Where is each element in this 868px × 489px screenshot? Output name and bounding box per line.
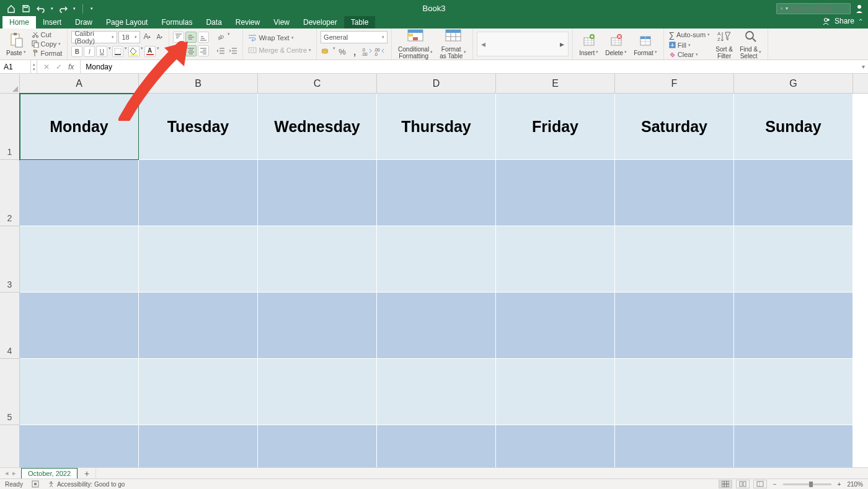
conditional-formatting-button[interactable]: Conditional Formatting▾	[396, 27, 435, 61]
cell-g3[interactable]	[734, 226, 853, 293]
fill-button[interactable]: Fill▾	[668, 41, 711, 50]
normal-view-button[interactable]	[719, 480, 732, 488]
cell-c1[interactable]: Wednesday	[258, 94, 377, 160]
align-left-icon[interactable]	[173, 45, 184, 56]
cell-f6[interactable]	[615, 425, 734, 467]
decrease-indent-icon[interactable]	[215, 45, 226, 56]
add-sheet-button[interactable]: +	[78, 469, 96, 478]
row-header-2[interactable]: 2	[0, 160, 19, 226]
col-header-c[interactable]: C	[258, 74, 377, 93]
align-center-icon[interactable]	[185, 45, 197, 56]
paste-button[interactable]: Paste▾	[4, 31, 29, 58]
expand-formula-bar-icon[interactable]: ▾	[858, 63, 868, 70]
name-box[interactable]: A1	[0, 60, 31, 73]
cut-button[interactable]: Cut	[30, 30, 64, 39]
cell-e4[interactable]	[496, 293, 615, 359]
zoom-in-button[interactable]: +	[835, 481, 844, 488]
cell-a2[interactable]	[20, 160, 139, 226]
cell-c6[interactable]	[258, 425, 377, 467]
tab-developer[interactable]: Developer	[296, 16, 344, 29]
cell-c4[interactable]	[258, 293, 377, 359]
undo-icon[interactable]	[36, 4, 46, 14]
col-header-e[interactable]: E	[496, 74, 615, 93]
percent-icon[interactable]: %	[337, 46, 348, 57]
cell-d6[interactable]	[377, 425, 496, 467]
align-bottom-icon[interactable]	[198, 32, 209, 43]
sort-filter-button[interactable]: AZ Sort & Filter	[713, 27, 735, 61]
search-input[interactable]	[790, 5, 846, 12]
tab-home[interactable]: Home	[2, 16, 36, 29]
format-cells-button[interactable]: Format▾	[631, 31, 660, 58]
increase-decimal-icon[interactable]: .0.00	[361, 46, 373, 57]
row-header-4[interactable]: 4	[0, 293, 19, 359]
zoom-slider[interactable]	[783, 483, 831, 485]
tab-insert[interactable]: Insert	[36, 16, 68, 29]
redo-icon[interactable]	[58, 4, 68, 14]
bold-button[interactable]: B	[71, 46, 82, 57]
share-button[interactable]: Share	[835, 17, 854, 25]
cell-g2[interactable]	[734, 160, 853, 226]
cell-a4[interactable]	[20, 293, 139, 359]
cell-b1[interactable]: Tuesday	[139, 94, 258, 160]
cell-d1[interactable]: Thursday	[377, 94, 496, 160]
enter-formula-icon[interactable]: ✓	[56, 63, 62, 71]
col-header-g[interactable]: G	[734, 74, 853, 93]
cell-c2[interactable]	[258, 160, 377, 226]
wrap-text-button[interactable]: Wrap Text▾	[247, 33, 312, 42]
cell-f5[interactable]	[615, 359, 734, 425]
tab-review[interactable]: Review	[229, 16, 267, 29]
align-right-icon[interactable]	[198, 45, 209, 56]
cell-g1[interactable]: Sunday	[734, 94, 853, 160]
clear-button[interactable]: Clear▾	[668, 50, 711, 59]
format-as-table-button[interactable]: Format as Table▾	[437, 27, 469, 61]
font-size-select[interactable]: 18▾	[118, 31, 140, 43]
cell-b5[interactable]	[139, 359, 258, 425]
macro-icon[interactable]	[32, 480, 39, 488]
tab-table[interactable]: Table	[344, 16, 376, 29]
cell-styles-gallery[interactable]: ◂ ▸	[477, 32, 569, 56]
cell-e2[interactable]	[496, 160, 615, 226]
cell-e1[interactable]: Friday	[496, 94, 615, 160]
cell-a3[interactable]	[20, 226, 139, 293]
cell-b4[interactable]	[139, 293, 258, 359]
cell-e6[interactable]	[496, 425, 615, 467]
home-icon[interactable]	[6, 4, 16, 14]
cell-f1[interactable]: Saturday	[615, 94, 734, 160]
sheet-next-icon[interactable]: ▸	[12, 469, 16, 477]
align-middle-icon[interactable]	[185, 32, 197, 43]
accessibility-status[interactable]: Accessibility: Good to go	[48, 481, 125, 488]
align-top-icon[interactable]	[173, 32, 184, 43]
increase-font-icon[interactable]: A▴	[141, 31, 153, 42]
insert-cells-button[interactable]: Insert▾	[577, 31, 601, 58]
sheet-tab[interactable]: October, 2022	[21, 468, 78, 478]
zoom-level[interactable]: 210%	[847, 481, 863, 488]
orientation-icon[interactable]: ab	[215, 32, 226, 43]
cell-g6[interactable]	[734, 425, 853, 467]
col-header-a[interactable]: A	[20, 74, 139, 93]
cell-c5[interactable]	[258, 359, 377, 425]
tab-draw[interactable]: Draw	[68, 16, 99, 29]
cell-f3[interactable]	[615, 226, 734, 293]
cell-c3[interactable]	[258, 226, 377, 293]
font-color-button[interactable]: A	[144, 46, 156, 57]
cell-e5[interactable]	[496, 359, 615, 425]
cell-a5[interactable]	[20, 359, 139, 425]
cell-b6[interactable]	[139, 425, 258, 467]
cell-f2[interactable]	[615, 160, 734, 226]
cell-g4[interactable]	[734, 293, 853, 359]
cell-e3[interactable]	[496, 226, 615, 293]
cell-b3[interactable]	[139, 226, 258, 293]
decrease-decimal-icon[interactable]: .00.0	[374, 46, 385, 57]
tab-page-layout[interactable]: Page Layout	[99, 16, 154, 29]
increase-indent-icon[interactable]	[228, 45, 239, 56]
row-header-6[interactable]	[0, 425, 19, 467]
cell-d5[interactable]	[377, 359, 496, 425]
col-header-d[interactable]: D	[377, 74, 496, 93]
cell-f4[interactable]	[615, 293, 734, 359]
zoom-out-button[interactable]: −	[771, 481, 779, 488]
cancel-formula-icon[interactable]: ✕	[43, 63, 50, 71]
currency-icon[interactable]	[321, 46, 332, 57]
number-format-select[interactable]: General▾	[321, 31, 388, 43]
formula-input[interactable]: Monday	[81, 63, 858, 71]
select-all-button[interactable]	[0, 74, 20, 94]
